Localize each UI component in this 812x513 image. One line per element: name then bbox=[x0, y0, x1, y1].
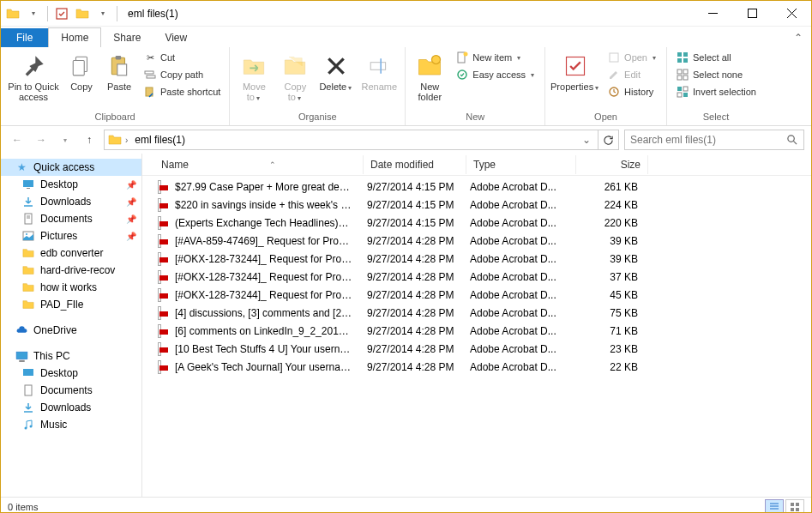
copy-button[interactable]: Copy bbox=[64, 49, 99, 95]
search-input[interactable] bbox=[630, 134, 786, 146]
sidebar-quick-access[interactable]: ★Quick access bbox=[1, 159, 141, 176]
edit-button[interactable]: Edit bbox=[604, 66, 661, 83]
refresh-button[interactable] bbox=[598, 130, 619, 150]
svg-rect-32 bbox=[677, 87, 682, 91]
file-row[interactable]: [A Geek's Tech Journal] Your username a.… bbox=[151, 358, 811, 376]
column-date[interactable]: Date modified bbox=[364, 155, 466, 174]
file-row[interactable]: [#AVA-859-47469]_ Request for Product ..… bbox=[151, 232, 811, 250]
file-row[interactable]: $220 in savings inside + this week's ad!… bbox=[151, 196, 811, 214]
delete-button[interactable]: Delete▾ bbox=[317, 49, 355, 96]
sidebar-onedrive[interactable]: OneDrive bbox=[1, 322, 141, 339]
scissors-icon: ✂ bbox=[143, 51, 157, 64]
nav-up-button[interactable]: ↑ bbox=[80, 130, 99, 149]
column-headers: Name⌃ Date modified Type Size bbox=[142, 154, 811, 176]
sidebar-music[interactable]: Music bbox=[1, 416, 141, 433]
sidebar-item-hdd[interactable]: hard-drive-recov bbox=[1, 262, 141, 279]
properties-button[interactable]: Properties▾ bbox=[550, 49, 600, 96]
file-row[interactable]: [4] discussions, [3] comments and [2] jo… bbox=[151, 304, 811, 322]
qat-dropdown-1[interactable]: ▾ bbox=[25, 5, 42, 22]
column-name[interactable]: Name⌃ bbox=[154, 155, 364, 174]
maximize-button[interactable] bbox=[732, 1, 772, 27]
history-button[interactable]: History bbox=[604, 83, 661, 100]
paste-button[interactable]: Paste bbox=[102, 49, 136, 95]
move-to-button[interactable]: Move to▾ bbox=[235, 49, 273, 106]
search-box[interactable] bbox=[624, 130, 804, 150]
cut-button[interactable]: ✂Cut bbox=[140, 49, 224, 66]
copy-to-button[interactable]: Copy to▾ bbox=[276, 49, 314, 106]
breadcrumb-separator-icon[interactable]: › bbox=[125, 136, 128, 145]
new-folder-button[interactable]: New folder bbox=[411, 49, 448, 106]
pdf-file-icon bbox=[151, 270, 168, 284]
file-row[interactable]: [#OKX-128-73244]_ Request for Product ..… bbox=[151, 286, 811, 304]
file-size: 261 KB bbox=[573, 181, 645, 193]
sidebar-item-how[interactable]: how it works bbox=[1, 279, 141, 296]
close-button[interactable] bbox=[772, 1, 811, 27]
column-type[interactable]: Type bbox=[466, 155, 576, 174]
sidebar-item-pad[interactable]: PAD_FIle bbox=[1, 296, 141, 313]
details-view-button[interactable] bbox=[765, 499, 784, 514]
file-type: Adobe Acrobat D... bbox=[463, 181, 573, 193]
qat-dropdown-2[interactable]: ▾ bbox=[94, 5, 111, 22]
file-row[interactable]: [#OKX-128-73244]_ Request for Product ..… bbox=[151, 268, 811, 286]
paste-shortcut-button[interactable]: Paste shortcut bbox=[140, 83, 224, 100]
file-date: 9/27/2014 4:28 PM bbox=[360, 235, 463, 247]
file-row[interactable]: [10 Best Tech Stuffs 4 U] Your username … bbox=[151, 340, 811, 358]
copy-path-button[interactable]: Copy path bbox=[140, 66, 224, 83]
column-size[interactable]: Size bbox=[576, 155, 648, 174]
address-field[interactable]: › eml files(1) ⌄ bbox=[104, 130, 598, 150]
rename-button[interactable]: Rename bbox=[358, 49, 400, 95]
tab-view[interactable]: View bbox=[153, 28, 199, 47]
file-date: 9/27/2014 4:15 PM bbox=[360, 181, 463, 193]
easy-access-button[interactable]: Easy access▾ bbox=[452, 66, 539, 83]
breadcrumb[interactable]: eml files(1) bbox=[131, 134, 189, 146]
file-type: Adobe Acrobat D... bbox=[463, 217, 573, 229]
file-size: 75 KB bbox=[573, 307, 645, 319]
qat-folder-icon[interactable] bbox=[74, 5, 91, 22]
file-row[interactable]: [6] comments on LinkedIn_9_2_2014.pdf9/2… bbox=[151, 322, 811, 340]
icons-view-button[interactable] bbox=[785, 499, 804, 514]
select-none-button[interactable]: Select none bbox=[672, 66, 760, 83]
sidebar-downloads-2[interactable]: Downloads bbox=[1, 399, 141, 416]
open-button[interactable]: Open▾ bbox=[604, 49, 661, 66]
minimize-button[interactable] bbox=[693, 1, 732, 27]
pdf-file-icon bbox=[151, 324, 168, 338]
svg-rect-24 bbox=[677, 52, 682, 57]
nav-back-button[interactable]: ← bbox=[8, 130, 27, 149]
sidebar-desktop-2[interactable]: Desktop bbox=[1, 365, 141, 382]
search-icon[interactable] bbox=[786, 134, 798, 146]
file-row[interactable]: $27.99 Case Paper + More great deals to … bbox=[151, 178, 811, 196]
sidebar-documents[interactable]: Documents📌 bbox=[1, 210, 141, 227]
tab-home[interactable]: Home bbox=[48, 27, 101, 47]
sidebar-item-edb[interactable]: edb converter bbox=[1, 244, 141, 262]
group-open-label: Open bbox=[550, 110, 661, 124]
address-dropdown-icon[interactable]: ⌄ bbox=[579, 134, 594, 146]
svg-rect-15 bbox=[371, 63, 386, 70]
qat-properties-icon[interactable] bbox=[53, 5, 70, 22]
file-type: Adobe Acrobat D... bbox=[463, 253, 573, 265]
sidebar-downloads[interactable]: Downloads📌 bbox=[1, 193, 141, 210]
status-bar: 0 items bbox=[1, 497, 811, 513]
file-date: 9/27/2014 4:28 PM bbox=[360, 289, 463, 301]
file-row[interactable]: [#OKX-128-73244]_ Request for Product ..… bbox=[151, 250, 811, 268]
svg-rect-25 bbox=[683, 52, 688, 57]
sidebar-this-pc[interactable]: This PC bbox=[1, 347, 141, 365]
sidebar-desktop[interactable]: Desktop📌 bbox=[1, 176, 141, 193]
select-all-button[interactable]: Select all bbox=[672, 49, 760, 66]
ribbon-collapse-icon[interactable]: ⌃ bbox=[785, 28, 811, 47]
folder-icon bbox=[21, 246, 35, 260]
pin-quick-access-button[interactable]: Pin to Quick access bbox=[6, 49, 61, 106]
svg-rect-47 bbox=[23, 369, 33, 376]
nav-history-dropdown[interactable]: ▾ bbox=[56, 130, 75, 149]
sidebar-documents-2[interactable]: Documents bbox=[1, 382, 141, 399]
tab-share[interactable]: Share bbox=[101, 28, 153, 47]
nav-forward-button[interactable]: → bbox=[32, 130, 51, 149]
pdf-file-icon bbox=[151, 342, 168, 356]
sort-ascending-icon: ⌃ bbox=[269, 160, 276, 169]
pdf-file-icon bbox=[151, 198, 168, 212]
file-size: 39 KB bbox=[573, 253, 645, 265]
file-row[interactable]: (Experts Exchange Tech Headlines)_15_11.… bbox=[151, 214, 811, 232]
sidebar-pictures[interactable]: Pictures📌 bbox=[1, 227, 141, 244]
tab-file[interactable]: File bbox=[1, 28, 48, 47]
invert-selection-button[interactable]: Invert selection bbox=[672, 83, 760, 100]
new-item-button[interactable]: New item▾ bbox=[452, 49, 539, 66]
